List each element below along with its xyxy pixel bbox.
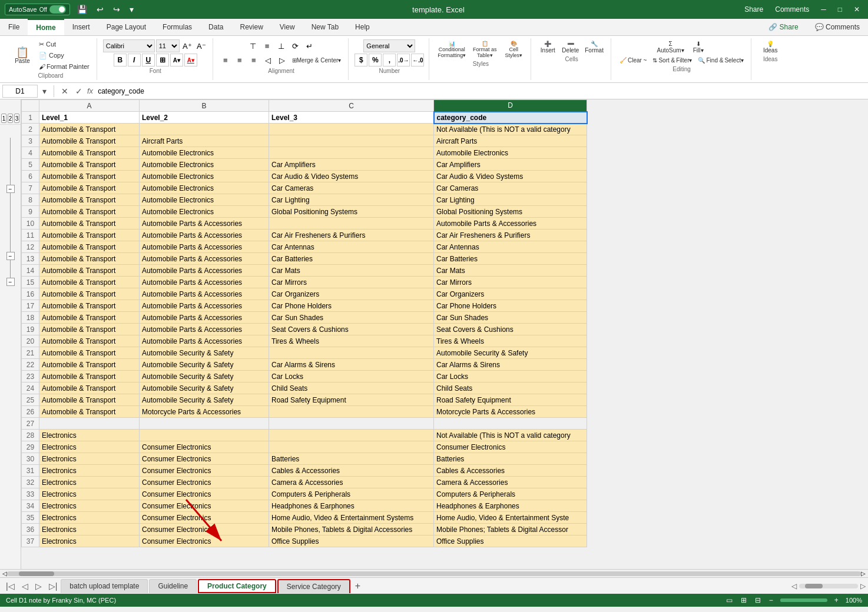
customize-qa-button[interactable]: ▾ <box>127 4 136 15</box>
table-row[interactable]: 35ElectronicsConsumer ElectronicsHome Au… <box>22 512 587 524</box>
table-row[interactable]: 29ElectronicsConsumer ElectronicsConsume… <box>22 441 587 453</box>
cell-29-A[interactable]: Electronics <box>39 441 140 453</box>
italic-button[interactable]: I <box>128 54 141 66</box>
tab-view[interactable]: View <box>271 19 303 35</box>
table-row[interactable]: 27 <box>22 418 587 430</box>
cell-31-D[interactable]: Cables & Accessories <box>434 465 587 477</box>
align-left-button[interactable]: ≡ <box>219 54 232 66</box>
collapse-group-2[interactable]: − <box>6 252 15 260</box>
autosave-badge[interactable]: AutoSave Off <box>5 4 70 15</box>
tab-insert[interactable]: Insert <box>64 19 98 35</box>
cell-3-B[interactable]: Aircraft Parts <box>140 135 269 147</box>
increase-indent-button[interactable]: ▷ <box>276 54 289 66</box>
formula-expand-button[interactable]: ▾ <box>40 85 49 97</box>
cell-35-D[interactable]: Home Audio, Video & Entertainment Syste <box>434 512 587 524</box>
scroll-left-button[interactable]: ◁ <box>2 570 7 577</box>
cell-15-B[interactable]: Automobile Parts & Accessories <box>140 277 269 288</box>
cell-3-D[interactable]: Aircraft Parts <box>434 135 587 147</box>
cell-28-B[interactable] <box>140 430 269 441</box>
cell-5-C[interactable]: Car Amplifiers <box>269 159 434 171</box>
cell-37-B[interactable]: Consumer Electronics <box>140 536 269 547</box>
cell-5-A[interactable]: Automobile & Transport <box>39 159 140 171</box>
cell-1-B[interactable]: Level_2 <box>140 112 269 124</box>
table-row[interactable]: 2Automobile & TransportNot Available (Th… <box>22 124 587 135</box>
cell-10-C[interactable] <box>269 218 434 230</box>
cell-7-B[interactable]: Automobile Electronics <box>140 182 269 194</box>
cell-24-D[interactable]: Child Seats <box>434 382 587 394</box>
cell-30-B[interactable]: Consumer Electronics <box>140 453 269 465</box>
zoom-slider[interactable] <box>780 598 827 602</box>
cell-28-A[interactable]: Electronics <box>39 430 140 441</box>
cell-12-D[interactable]: Car Antennas <box>434 241 587 253</box>
dollar-format-button[interactable]: $ <box>355 54 367 66</box>
cell-14-C[interactable]: Car Mats <box>269 265 434 277</box>
scroll-track[interactable] <box>7 571 861 576</box>
tab-scroll-last[interactable]: ▷| <box>45 580 61 592</box>
cell-29-C[interactable] <box>269 441 434 453</box>
cell-25-D[interactable]: Road Safety Equipment <box>434 394 587 406</box>
cell-8-A[interactable]: Automobile & Transport <box>39 194 140 206</box>
cell-16-C[interactable]: Car Organizers <box>269 288 434 300</box>
col-header-D[interactable]: D <box>434 100 587 112</box>
table-row[interactable]: 4Automobile & TransportAutomobile Electr… <box>22 147 587 159</box>
cell-25-B[interactable]: Automobile Security & Safety <box>140 394 269 406</box>
decrease-font-button[interactable]: A⁻ <box>195 39 208 52</box>
scroll-right-button[interactable]: ▷ <box>861 570 866 577</box>
cell-20-A[interactable]: Automobile & Transport <box>39 335 140 347</box>
cell-1-D[interactable]: category_code <box>434 112 587 124</box>
horizontal-scrollbar[interactable]: ◁ ▷ <box>0 569 868 577</box>
cell-17-D[interactable]: Car Phone Holders <box>434 300 587 312</box>
font-color-button[interactable]: A▾ <box>184 54 197 66</box>
redo-button[interactable]: ↪ <box>111 4 122 15</box>
bold-button[interactable]: B <box>114 54 127 66</box>
cell-10-B[interactable]: Automobile Parts & Accessories <box>140 218 269 230</box>
cell-13-D[interactable]: Car Batteries <box>434 253 587 265</box>
tab-product-category[interactable]: Product Category <box>198 579 276 593</box>
cancel-formula-button[interactable]: ✕ <box>59 85 71 97</box>
cell-31-B[interactable]: Consumer Electronics <box>140 465 269 477</box>
increase-decimal-button[interactable]: .0→ <box>397 54 410 66</box>
share-button[interactable]: Share <box>741 4 767 15</box>
paste-button[interactable]: 📋 Paste <box>9 46 35 65</box>
table-row[interactable]: 25Automobile & TransportAutomobile Secur… <box>22 394 587 406</box>
cell-36-A[interactable]: Electronics <box>39 524 140 536</box>
page-break-view-button[interactable]: ⊟ <box>754 595 762 606</box>
cell-32-B[interactable]: Consumer Electronics <box>140 477 269 488</box>
col-header-B[interactable]: B <box>140 100 269 112</box>
cell-26-C[interactable] <box>269 406 434 418</box>
cell-16-D[interactable]: Car Organizers <box>434 288 587 300</box>
table-row[interactable]: 36ElectronicsConsumer ElectronicsMobile … <box>22 524 587 536</box>
cell-9-B[interactable]: Automobile Electronics <box>140 206 269 218</box>
cell-14-B[interactable]: Automobile Parts & Accessories <box>140 265 269 277</box>
bottom-scrollbar-track[interactable] <box>799 584 858 588</box>
table-row[interactable]: 12Automobile & TransportAutomobile Parts… <box>22 241 587 253</box>
insert-button[interactable]: ➕ Insert <box>537 39 558 55</box>
cell-7-C[interactable]: Car Cameras <box>269 182 434 194</box>
formula-input[interactable] <box>95 87 866 95</box>
minimize-button[interactable]: ─ <box>817 4 830 15</box>
cell-22-D[interactable]: Car Alarms & Sirens <box>434 359 587 371</box>
zoom-out-button[interactable]: − <box>768 595 774 606</box>
col-header-C[interactable]: C <box>269 100 434 112</box>
cell-24-C[interactable]: Child Seats <box>269 382 434 394</box>
cell-18-C[interactable]: Car Sun Shades <box>269 312 434 324</box>
cell-30-A[interactable]: Electronics <box>39 453 140 465</box>
tab-review[interactable]: Review <box>231 19 271 35</box>
comma-format-button[interactable]: , <box>383 54 396 66</box>
cell-6-A[interactable]: Automobile & Transport <box>39 171 140 182</box>
table-row[interactable]: 21Automobile & TransportAutomobile Secur… <box>22 347 587 359</box>
cell-21-C[interactable] <box>269 347 434 359</box>
clear-button[interactable]: 🧹 Clear ~ <box>617 56 650 65</box>
cell-33-B[interactable]: Consumer Electronics <box>140 488 269 500</box>
cell-styles-button[interactable]: 🎨 Cell Styles▾ <box>501 39 526 59</box>
cell-2-B[interactable] <box>140 124 269 135</box>
merge-center-button[interactable]: ⊞Merge & Center▾ <box>290 56 344 65</box>
cell-33-A[interactable]: Electronics <box>39 488 140 500</box>
find-select-button[interactable]: 🔍 Find & Select▾ <box>695 56 746 65</box>
increase-font-button[interactable]: A⁺ <box>181 39 194 52</box>
percent-format-button[interactable]: % <box>369 54 382 66</box>
cell-29-D[interactable]: Consumer Electronics <box>434 441 587 453</box>
number-format-select[interactable]: General <box>363 39 415 52</box>
align-center-button[interactable]: ≡ <box>233 54 246 66</box>
font-size-select[interactable]: 11 <box>156 39 180 52</box>
